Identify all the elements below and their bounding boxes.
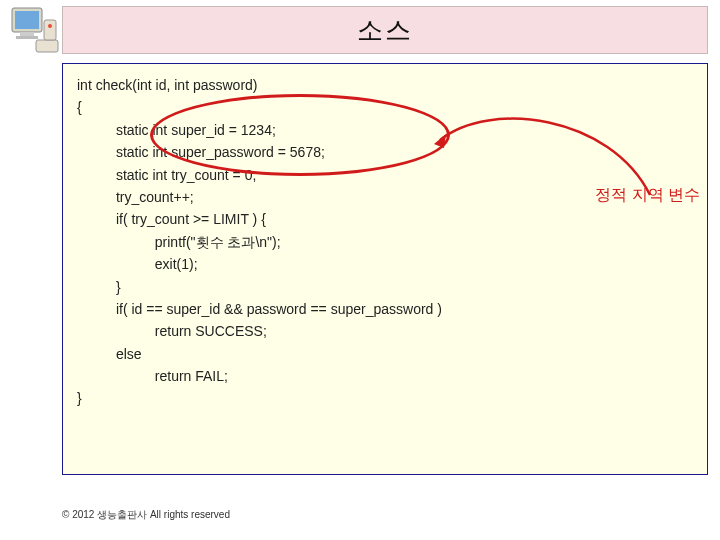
code-line: { <box>77 96 693 118</box>
page-title: 소스 <box>357 13 413 48</box>
svg-rect-1 <box>15 11 39 29</box>
svg-rect-5 <box>44 20 56 40</box>
code-line: printf("횟수 초과\n"); <box>77 231 693 253</box>
copyright-footer: © 2012 생능출판사 All rights reserved <box>62 508 230 522</box>
title-banner: 소스 <box>62 6 708 54</box>
svg-point-6 <box>48 24 52 28</box>
code-line: exit(1); <box>77 253 693 275</box>
annotation-label: 정적 지역 변수 <box>595 185 700 206</box>
code-line: static int try_count = 0; <box>77 164 693 186</box>
code-line: if( try_count >= LIMIT ) { <box>77 208 693 230</box>
code-line: static int super_password = 5678; <box>77 141 693 163</box>
code-line: } <box>77 387 693 409</box>
code-box: int check(int id, int password) { static… <box>62 63 708 475</box>
code-line: } <box>77 276 693 298</box>
svg-rect-3 <box>16 36 38 39</box>
code-line: return FAIL; <box>77 365 693 387</box>
svg-rect-2 <box>20 32 34 36</box>
code-line: int check(int id, int password) <box>77 74 693 96</box>
svg-rect-4 <box>36 40 58 52</box>
code-line: if( id == super_id && password == super_… <box>77 298 693 320</box>
computer-icon <box>6 2 62 58</box>
code-line: else <box>77 343 693 365</box>
code-line: static int super_id = 1234; <box>77 119 693 141</box>
code-line: return SUCCESS; <box>77 320 693 342</box>
